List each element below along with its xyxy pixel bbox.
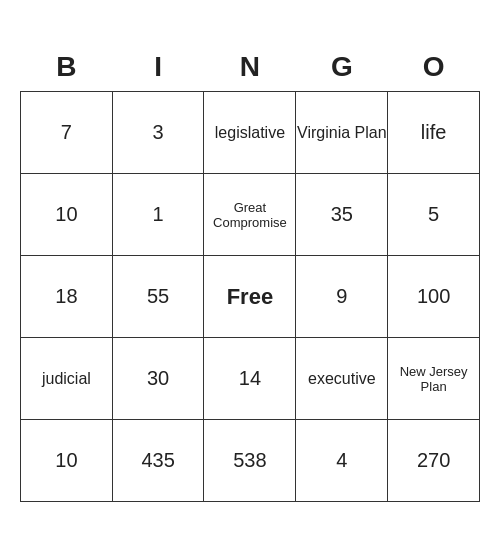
bingo-row-2: 1855Free9100 [21, 256, 480, 338]
bingo-cell-3-0: judicial [21, 338, 113, 420]
header-cell-n: N [204, 42, 296, 92]
bingo-cell-3-3: executive [296, 338, 388, 420]
bingo-cell-4-4: 270 [388, 420, 480, 502]
bingo-row-1: 101Great Compromise355 [21, 174, 480, 256]
header-row: BINGO [21, 42, 480, 92]
bingo-cell-3-2: 14 [204, 338, 296, 420]
bingo-cell-2-1: 55 [112, 256, 204, 338]
bingo-cell-1-0: 10 [21, 174, 113, 256]
bingo-cell-4-1: 435 [112, 420, 204, 502]
bingo-cell-4-2: 538 [204, 420, 296, 502]
header-cell-g: G [296, 42, 388, 92]
bingo-cell-0-0: 7 [21, 92, 113, 174]
bingo-row-4: 104355384270 [21, 420, 480, 502]
bingo-card: BINGO 73legislativeVirginia Planlife101G… [20, 42, 480, 503]
bingo-cell-3-1: 30 [112, 338, 204, 420]
bingo-cell-0-1: 3 [112, 92, 204, 174]
bingo-cell-1-3: 35 [296, 174, 388, 256]
bingo-cell-2-4: 100 [388, 256, 480, 338]
bingo-cell-1-2: Great Compromise [204, 174, 296, 256]
bingo-cell-4-0: 10 [21, 420, 113, 502]
header-cell-i: I [112, 42, 204, 92]
bingo-row-0: 73legislativeVirginia Planlife [21, 92, 480, 174]
bingo-cell-4-3: 4 [296, 420, 388, 502]
header-cell-o: O [388, 42, 480, 92]
bingo-cell-0-4: life [388, 92, 480, 174]
bingo-cell-1-4: 5 [388, 174, 480, 256]
bingo-cell-2-3: 9 [296, 256, 388, 338]
bingo-cell-1-1: 1 [112, 174, 204, 256]
bingo-cell-0-2: legislative [204, 92, 296, 174]
bingo-cell-2-2: Free [204, 256, 296, 338]
bingo-cell-3-4: New Jersey Plan [388, 338, 480, 420]
bingo-row-3: judicial3014executiveNew Jersey Plan [21, 338, 480, 420]
bingo-cell-0-3: Virginia Plan [296, 92, 388, 174]
header-cell-b: B [21, 42, 113, 92]
bingo-cell-2-0: 18 [21, 256, 113, 338]
